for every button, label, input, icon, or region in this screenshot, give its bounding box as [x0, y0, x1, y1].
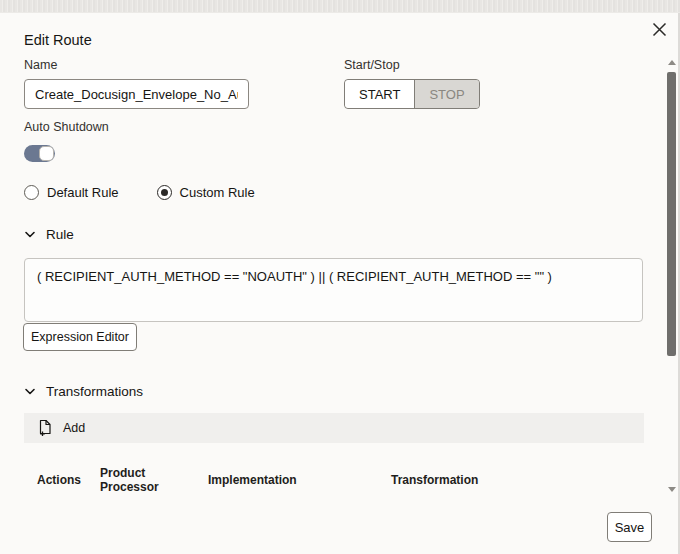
chevron-down-icon	[24, 229, 36, 241]
add-transformation-button[interactable]: Add	[36, 419, 85, 437]
route-name-input[interactable]	[24, 79, 249, 109]
stop-button[interactable]: STOP	[415, 80, 478, 108]
transformations-section-title: Transformations	[46, 384, 143, 399]
transformations-section-header[interactable]: Transformations	[24, 384, 143, 399]
auto-shutdown-toggle[interactable]	[24, 145, 55, 162]
scroll-up-icon[interactable]	[668, 60, 676, 65]
close-icon	[652, 22, 667, 37]
page-background-strip	[0, 0, 680, 13]
rule-section-header[interactable]: Rule	[24, 227, 74, 242]
add-document-icon	[36, 419, 53, 437]
column-header-transformation: Transformation	[391, 474, 478, 488]
chevron-down-icon	[24, 386, 36, 398]
edit-route-dialog: Edit Route Name Start/Stop START STOP Au…	[0, 0, 680, 554]
start-button[interactable]: START	[345, 80, 415, 108]
dialog-title: Edit Route	[24, 32, 92, 48]
rule-expression-box[interactable]: ( RECIPIENT_AUTH_METHOD == "NOAUTH" ) ||…	[24, 258, 643, 322]
start-stop-label: Start/Stop	[344, 58, 400, 72]
rule-type-radio-group: Default Rule Custom Rule	[24, 185, 255, 200]
column-header-actions: Actions	[37, 474, 81, 488]
radio-default-rule-label: Default Rule	[47, 185, 119, 200]
start-stop-buttonset: START STOP	[344, 79, 480, 109]
column-header-implementation: Implementation	[208, 474, 297, 488]
transformations-toolbar: Add	[24, 413, 644, 443]
column-header-product-processor: Product Processor	[100, 467, 162, 495]
rule-section-title: Rule	[46, 227, 74, 242]
radio-unselected-icon	[24, 185, 39, 200]
auto-shutdown-label: Auto Shutdown	[24, 120, 109, 134]
scrollbar-thumb[interactable]	[667, 72, 676, 356]
radio-selected-icon	[157, 185, 172, 200]
toggle-knob	[39, 146, 54, 161]
save-button[interactable]: Save	[607, 512, 652, 542]
name-label: Name	[24, 58, 57, 72]
transformations-table-header: Actions Product Processor Implementation…	[0, 466, 644, 496]
radio-default-rule[interactable]: Default Rule	[24, 185, 119, 200]
close-button[interactable]	[648, 18, 670, 40]
radio-custom-rule-label: Custom Rule	[180, 185, 255, 200]
expression-editor-button[interactable]: Expression Editor	[23, 323, 137, 351]
radio-custom-rule[interactable]: Custom Rule	[157, 185, 255, 200]
add-button-label: Add	[63, 421, 85, 435]
scroll-down-icon[interactable]	[668, 487, 676, 492]
scrollbar[interactable]	[667, 60, 677, 498]
